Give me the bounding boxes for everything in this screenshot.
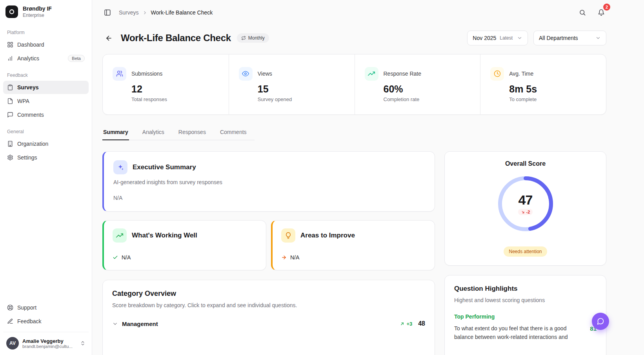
period-value: Nov 2025 <box>473 35 496 41</box>
beta-badge: Beta <box>68 55 85 62</box>
stat-response-rate: Response Rate 60% Completion rate <box>355 54 480 114</box>
sidebar-item-label: Feedback <box>17 318 41 324</box>
clipboard-icon <box>7 84 13 91</box>
sidebar-item-surveys[interactable]: Surveys <box>3 81 89 94</box>
nav-feedback: Surveys WPA Comments <box>0 81 92 122</box>
stat-label: Views <box>258 71 272 77</box>
score-delta-value: -2 <box>526 210 530 214</box>
tab-comments[interactable]: Comments <box>219 125 247 140</box>
sidebar-item-wpa[interactable]: WPA <box>3 94 89 108</box>
card-title: What's Working Well <box>132 232 197 239</box>
whats-working-well-card: What's Working Well N/A <box>102 220 266 270</box>
sidebar-item-feedback[interactable]: Feedback <box>3 315 89 328</box>
period-select[interactable]: Nov 2025 Latest <box>467 31 528 45</box>
areas-improve-content: N/A <box>290 254 299 261</box>
lightbulb-icon <box>281 228 295 243</box>
pen-icon <box>7 318 13 324</box>
search-icon[interactable] <box>577 7 588 18</box>
right-column: Overall Score 47 -2 Needs attention <box>444 151 606 355</box>
stat-sub: Total responses <box>131 96 219 102</box>
users-icon <box>113 67 126 81</box>
nav-platform: Dashboard Analytics Beta <box>0 38 92 65</box>
stats-summary-card: Submissions 12 Total responses Views 15 … <box>102 54 606 115</box>
sidebar-item-label: Analytics <box>17 55 39 62</box>
category-score: 48 <box>418 320 425 327</box>
stat-value: 12 <box>131 83 219 95</box>
areas-to-improve-card: Areas to Improve N/A <box>271 220 435 270</box>
stat-value: 8m 5s <box>509 83 596 95</box>
trending-up-icon <box>365 67 378 81</box>
stat-views: Views 15 Survey opened <box>229 54 355 114</box>
breadcrumb: Surveys Work-Life Balance Check <box>119 9 213 16</box>
arrow-right-icon <box>281 255 287 260</box>
overall-score-card: Overall Score 47 -2 Needs attention <box>444 151 606 266</box>
sidebar-item-dashboard[interactable]: Dashboard <box>3 38 89 51</box>
frequency-label: Monthly <box>248 35 265 41</box>
clock-icon <box>490 67 504 81</box>
notification-bell-icon[interactable]: 2 <box>596 7 606 18</box>
sidebar-item-support[interactable]: Support <box>3 301 89 314</box>
section-label-feedback: Feedback <box>0 65 92 81</box>
category-overview-card: Category Overview Score breakdown by cat… <box>102 280 435 355</box>
chevron-right-icon <box>142 10 147 15</box>
tab-summary[interactable]: Summary <box>102 125 129 140</box>
department-select[interactable]: All Departments <box>533 31 606 45</box>
sidebar-toggle-icon[interactable] <box>102 7 113 18</box>
chevron-down-icon <box>112 321 118 327</box>
top-performing-label: Top Performing <box>454 313 597 320</box>
score-gauge: 47 -2 <box>496 174 555 233</box>
sidebar-item-label: Settings <box>17 154 37 161</box>
question-text: To what extent do you feel that there is… <box>454 324 584 341</box>
org-plan: Enterprise <box>23 13 52 18</box>
stat-sub: Completion rate <box>384 96 471 102</box>
eye-icon <box>239 67 253 81</box>
sidebar-item-organization[interactable]: Organization <box>3 137 89 150</box>
category-row-management[interactable]: Management +3 48 <box>112 320 425 327</box>
topbar: Surveys Work-Life Balance Check 2 <box>102 0 606 25</box>
user-menu[interactable]: AV Amalie Veggerby brandt.benjamin@cultu… <box>3 332 89 355</box>
section-label-platform: Platform <box>0 23 92 38</box>
sidebar-item-comments[interactable]: Comments <box>3 108 89 121</box>
sidebar-item-label: Comments <box>17 112 44 118</box>
avatar: AV <box>6 337 19 350</box>
message-icon <box>7 112 13 118</box>
card-title: Overall Score <box>505 160 546 167</box>
check-icon <box>113 255 118 260</box>
sidebar-item-analytics[interactable]: Analytics Beta <box>3 52 89 65</box>
stat-label: Avg. Time <box>509 71 533 77</box>
executive-summary-content: N/A <box>113 195 425 201</box>
tab-responses[interactable]: Responses <box>178 125 207 140</box>
notification-count-badge: 2 <box>603 4 610 11</box>
left-column: Executive Summary AI-generated insights … <box>102 151 435 355</box>
category-delta-value: +3 <box>406 321 412 327</box>
tab-analytics[interactable]: Analytics <box>142 125 165 140</box>
card-subtitle: Score breakdown by category. Click to ex… <box>112 302 425 308</box>
sidebar-item-label: WPA <box>17 98 29 104</box>
frequency-badge: Monthly <box>237 33 269 43</box>
card-title: Executive Summary <box>133 163 196 171</box>
sidebar-footer: Support Feedback AV Amalie Veggerby bran… <box>0 301 92 355</box>
bar-chart-icon <box>7 55 13 62</box>
user-email: brandt.benjamin@cultu... <box>22 344 73 349</box>
card-subtitle: AI-generated insights from survey respon… <box>113 179 425 185</box>
sidebar-item-label: Support <box>17 304 36 311</box>
card-title: Question Highlights <box>454 285 597 293</box>
sidebar-item-label: Surveys <box>17 84 38 91</box>
card-title: Areas to Improve <box>300 232 355 239</box>
tab-bar: Summary Analytics Responses Comments <box>102 125 255 140</box>
category-name: Management <box>122 321 158 327</box>
building-icon <box>7 141 13 147</box>
sidebar-item-label: Organization <box>17 141 48 147</box>
breadcrumb-current: Work-Life Balance Check <box>151 9 213 16</box>
chevron-down-icon <box>517 35 522 41</box>
stat-value: 60% <box>384 83 471 95</box>
chevrons-up-down-icon <box>80 341 86 346</box>
breadcrumb-surveys[interactable]: Surveys <box>119 9 139 16</box>
org-switcher[interactable]: Brøndby IF Enterprise <box>0 0 92 23</box>
chat-bubble-icon <box>597 317 604 325</box>
main-area: Surveys Work-Life Balance Check 2 Work-L… <box>92 0 644 355</box>
chat-assistant-button[interactable] <box>592 313 609 330</box>
back-arrow-icon[interactable] <box>102 32 115 44</box>
sidebar-item-settings[interactable]: Settings <box>3 151 89 164</box>
stat-sub: To complete <box>509 96 596 102</box>
